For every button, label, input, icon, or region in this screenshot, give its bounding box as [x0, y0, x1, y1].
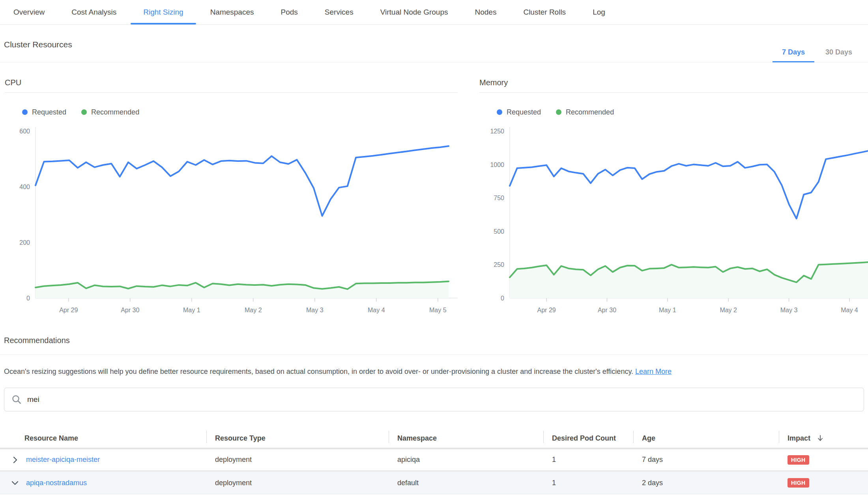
tab-virtual-node-groups[interactable]: Virtual Node Groups — [367, 0, 462, 24]
chevron-down-icon[interactable] — [10, 478, 20, 488]
tab-label: Right Sizing — [143, 8, 183, 17]
desired-pod-count-cell: 1 — [543, 456, 633, 464]
svg-text:May 3: May 3 — [780, 307, 798, 313]
svg-text:Apr 30: Apr 30 — [121, 307, 139, 313]
col-header-namespace[interactable]: Namespace — [389, 429, 543, 448]
sort-descending-icon[interactable] — [817, 434, 824, 442]
range-30-days[interactable]: 30 Days — [815, 48, 862, 62]
cluster-resources-header: Cluster Resources 7 Days 30 Days — [0, 25, 868, 62]
cpu-chart-title: CPU — [5, 78, 458, 93]
col-label: Impact — [788, 434, 810, 443]
svg-text:May 1: May 1 — [183, 307, 200, 313]
legend-label: Requested — [507, 108, 541, 116]
table-row[interactable]: apiqa-nostradamus deployment default 1 2… — [0, 472, 868, 494]
svg-text:750: 750 — [494, 195, 504, 201]
table-header-row: Resource Name Resource Type Namespace De… — [0, 429, 868, 449]
tab-log[interactable]: Log — [579, 0, 619, 24]
resource-search-box — [4, 388, 864, 411]
svg-text:May 1: May 1 — [659, 307, 676, 313]
search-icon — [11, 394, 22, 405]
resource-name-link[interactable]: meister-apiciqa-meister — [26, 456, 100, 464]
legend-item-requested[interactable]: Requested — [22, 108, 66, 116]
tab-label: Namespaces — [210, 8, 254, 17]
svg-text:May 2: May 2 — [245, 307, 262, 313]
tab-cost-analysis[interactable]: Cost Analysis — [58, 0, 130, 24]
recommended-dot-icon — [556, 109, 561, 115]
impact-high-badge: HIGH — [788, 455, 809, 465]
col-header-impact[interactable]: Impact — [779, 429, 868, 448]
col-header-age[interactable]: Age — [633, 429, 779, 448]
recommendations-header: Recommendations — [0, 336, 868, 355]
tab-label: Virtual Node Groups — [380, 8, 448, 17]
range-label: 7 Days — [782, 48, 805, 56]
cpu-line-chart: 0200400600Apr 29Apr 30May 1May 2May 3May… — [5, 121, 458, 315]
range-7-days[interactable]: 7 Days — [772, 48, 815, 62]
col-label: Age — [642, 434, 655, 443]
col-label: Desired Pod Count — [552, 434, 616, 443]
tab-right-sizing[interactable]: Right Sizing — [130, 0, 196, 24]
age-cell: 2 days — [633, 479, 779, 487]
svg-text:0: 0 — [26, 295, 30, 302]
memory-chart-panel: Memory Requested Recommended 02505007501… — [479, 78, 868, 315]
resource-name-cell: meister-apiciqa-meister — [0, 455, 206, 465]
recommendations-table: Resource Name Resource Type Namespace De… — [0, 429, 868, 494]
description-text: Ocean's resizing suggestions will help y… — [4, 368, 633, 375]
desired-pod-count-cell: 1 — [543, 479, 633, 487]
col-label: Resource Type — [215, 434, 266, 443]
svg-text:400: 400 — [19, 184, 30, 190]
tab-services[interactable]: Services — [311, 0, 367, 24]
tab-label: Pods — [281, 8, 298, 17]
svg-text:May 5: May 5 — [429, 307, 447, 313]
tab-nodes[interactable]: Nodes — [462, 0, 510, 24]
charts-row: CPU Requested Recommended 0200400600Apr … — [0, 78, 868, 315]
col-header-resource-name[interactable]: Resource Name — [0, 429, 206, 448]
svg-text:Apr 30: Apr 30 — [598, 307, 616, 313]
cpu-chart-legend: Requested Recommended — [22, 108, 458, 116]
legend-item-recommended[interactable]: Recommended — [556, 108, 614, 116]
svg-text:May 4: May 4 — [841, 307, 858, 313]
tab-label: Services — [325, 8, 354, 17]
age-cell: 7 days — [633, 456, 779, 464]
tab-label: Cost Analysis — [71, 8, 116, 17]
impact-high-badge: HIGH — [788, 478, 809, 488]
table-row[interactable]: meister-apiciqa-meister deployment apici… — [0, 449, 868, 472]
requested-dot-icon — [22, 109, 28, 115]
tab-overview[interactable]: Overview — [0, 0, 58, 24]
legend-item-recommended[interactable]: Recommended — [81, 108, 139, 116]
svg-text:0: 0 — [501, 295, 504, 302]
tab-pods[interactable]: Pods — [268, 0, 311, 24]
svg-text:May 2: May 2 — [720, 307, 737, 313]
svg-text:May 3: May 3 — [306, 307, 324, 313]
svg-text:250: 250 — [494, 261, 504, 268]
memory-line-chart: 025050075010001250Apr 29Apr 30May 1May 2… — [479, 121, 868, 315]
learn-more-link[interactable]: Learn More — [635, 368, 672, 375]
svg-text:200: 200 — [19, 239, 30, 246]
tab-label: Log — [593, 8, 605, 17]
recommended-dot-icon — [81, 109, 87, 115]
col-label: Namespace — [397, 434, 437, 443]
svg-text:1000: 1000 — [490, 161, 504, 168]
col-header-resource-type[interactable]: Resource Type — [206, 429, 389, 448]
search-input[interactable] — [27, 395, 857, 404]
col-label: Resource Name — [24, 434, 78, 443]
resource-name-link[interactable]: apiqa-nostradamus — [26, 479, 87, 487]
svg-text:May 4: May 4 — [368, 307, 385, 313]
legend-label: Recommended — [566, 108, 614, 116]
memory-chart-legend: Requested Recommended — [497, 108, 868, 116]
svg-text:500: 500 — [494, 228, 504, 235]
chevron-right-icon[interactable] — [10, 455, 20, 465]
memory-chart-title: Memory — [479, 78, 868, 93]
resource-name-cell: apiqa-nostradamus — [0, 478, 206, 488]
tab-cluster-rolls[interactable]: Cluster Rolls — [510, 0, 579, 24]
range-label: 30 Days — [825, 48, 852, 56]
impact-cell: HIGH — [779, 455, 868, 465]
resource-type-cell: deployment — [206, 479, 389, 487]
top-tab-bar: Overview Cost Analysis Right Sizing Name… — [0, 0, 868, 25]
tab-label: Nodes — [475, 8, 497, 17]
requested-dot-icon — [497, 109, 502, 115]
legend-item-requested[interactable]: Requested — [497, 108, 541, 116]
recommendations-title: Recommendations — [4, 336, 868, 345]
svg-text:600: 600 — [19, 128, 30, 135]
tab-namespaces[interactable]: Namespaces — [197, 0, 268, 24]
col-header-desired-pod-count[interactable]: Desired Pod Count — [543, 429, 633, 448]
